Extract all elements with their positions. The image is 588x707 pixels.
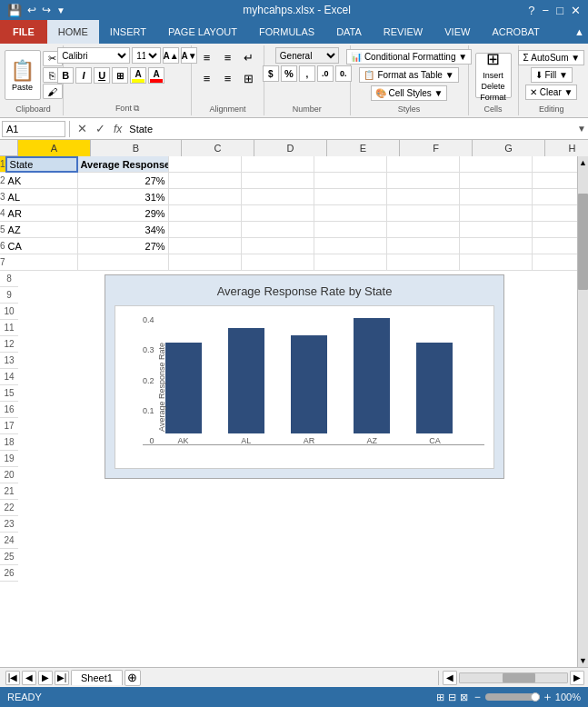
cell-B6[interactable]: 27% bbox=[78, 238, 169, 254]
cell-F1[interactable] bbox=[387, 156, 460, 173]
view-break-icon[interactable]: ⊠ bbox=[460, 692, 468, 703]
autosum-button[interactable]: Σ AutoSum ▼ bbox=[518, 50, 584, 65]
cell-A6[interactable]: CA bbox=[5, 238, 78, 254]
cells-button[interactable]: ⊞ Insert Delete Format bbox=[475, 53, 512, 98]
tab-formulas[interactable]: FORMULAS bbox=[248, 20, 325, 44]
number-format-select[interactable]: General bbox=[275, 47, 339, 64]
zoom-slider[interactable] bbox=[485, 693, 540, 701]
cell-B4[interactable]: 29% bbox=[78, 205, 169, 222]
tab-data[interactable]: DATA bbox=[325, 20, 373, 44]
col-header-H[interactable]: H bbox=[545, 140, 588, 156]
vertical-scrollbar[interactable]: ▲ ▼ bbox=[577, 156, 588, 667]
fill-button[interactable]: ⬇ Fill ▼ bbox=[531, 67, 573, 83]
tab-page-layout[interactable]: PAGE LAYOUT bbox=[157, 20, 248, 44]
cell-F4[interactable] bbox=[387, 205, 460, 222]
col-header-A[interactable]: A bbox=[18, 140, 91, 156]
cell-E2[interactable] bbox=[314, 173, 387, 189]
cell-G2[interactable] bbox=[460, 173, 533, 189]
align-center-button[interactable]: ≡ bbox=[218, 68, 238, 88]
cell-C6[interactable] bbox=[169, 238, 242, 254]
col-header-G[interactable]: G bbox=[473, 140, 545, 156]
font-size-select[interactable]: 11 bbox=[132, 47, 161, 64]
minimize-icon[interactable]: − bbox=[543, 4, 550, 17]
cell-E4[interactable] bbox=[314, 205, 387, 222]
cell-F5[interactable] bbox=[387, 222, 460, 238]
paste-button[interactable]: 📋 Paste bbox=[5, 50, 41, 100]
view-layout-icon[interactable]: ⊟ bbox=[448, 692, 456, 703]
conditional-formatting-button[interactable]: 📊 Conditional Formatting ▼ bbox=[346, 49, 472, 65]
scroll-track[interactable] bbox=[578, 169, 588, 654]
name-box[interactable] bbox=[2, 121, 65, 137]
cell-G7[interactable] bbox=[460, 254, 533, 271]
cell-H4[interactable] bbox=[533, 205, 577, 222]
tab-view[interactable]: VIEW bbox=[434, 20, 481, 44]
help-icon[interactable]: ? bbox=[528, 4, 534, 17]
cell-F2[interactable] bbox=[387, 173, 460, 189]
cell-E6[interactable] bbox=[314, 238, 387, 254]
scroll-up-button[interactable]: ▲ bbox=[578, 156, 588, 169]
h-scroll-thumb[interactable] bbox=[503, 673, 534, 682]
cancel-formula-icon[interactable]: ✕ bbox=[74, 121, 90, 137]
cell-B3[interactable]: 31% bbox=[78, 189, 169, 205]
cell-A7[interactable] bbox=[5, 254, 78, 271]
cell-D6[interactable] bbox=[242, 238, 314, 254]
clear-button[interactable]: ✕ Clear ▼ bbox=[525, 85, 577, 100]
cell-D3[interactable] bbox=[242, 189, 314, 205]
cell-C4[interactable] bbox=[169, 205, 242, 222]
view-normal-icon[interactable]: ⊞ bbox=[436, 692, 444, 703]
cell-H5[interactable] bbox=[533, 222, 577, 238]
tab-review[interactable]: REVIEW bbox=[373, 20, 434, 44]
tab-file[interactable]: FILE bbox=[0, 20, 47, 44]
cell-E1[interactable] bbox=[314, 156, 387, 173]
cell-G3[interactable] bbox=[460, 189, 533, 205]
sheet-tab-sheet1[interactable]: Sheet1 bbox=[71, 670, 123, 685]
add-sheet-button[interactable]: ⊕ bbox=[125, 670, 141, 686]
merge-cells-button[interactable]: ⊞ bbox=[239, 68, 259, 88]
increase-font-button[interactable]: A▲ bbox=[163, 47, 179, 64]
cell-G1[interactable] bbox=[460, 156, 533, 173]
cell-C2[interactable] bbox=[169, 173, 242, 189]
chart-container[interactable]: Average Response Rate by State Average R… bbox=[105, 274, 504, 479]
cell-A2[interactable]: AK bbox=[5, 173, 78, 189]
cell-D1[interactable] bbox=[242, 156, 314, 173]
cell-C3[interactable] bbox=[169, 189, 242, 205]
cell-styles-button[interactable]: 🎨 Cell Styles ▼ bbox=[371, 85, 448, 101]
cell-B2[interactable]: 27% bbox=[78, 173, 169, 189]
cell-E7[interactable] bbox=[314, 254, 387, 271]
cell-C1[interactable] bbox=[169, 156, 242, 173]
h-scroll-track[interactable] bbox=[459, 672, 568, 683]
zoom-out-button[interactable]: － bbox=[472, 689, 483, 705]
sheet-scroll-next[interactable]: ▶ bbox=[38, 671, 53, 685]
tab-home[interactable]: HOME bbox=[47, 20, 99, 44]
redo-icon[interactable]: ↪ bbox=[42, 4, 51, 16]
cell-A4[interactable]: AR bbox=[5, 205, 78, 222]
wrap-text-button[interactable]: ↵ bbox=[239, 47, 259, 67]
h-scroll-right[interactable]: ▶ bbox=[570, 671, 584, 685]
scroll-down-button[interactable]: ▼ bbox=[578, 654, 588, 667]
cell-E3[interactable] bbox=[314, 189, 387, 205]
zoom-slider-thumb[interactable] bbox=[531, 692, 540, 702]
col-header-C[interactable]: C bbox=[182, 140, 254, 156]
col-header-E[interactable]: E bbox=[327, 140, 400, 156]
bold-button[interactable]: B bbox=[57, 67, 74, 84]
zoom-in-button[interactable]: ＋ bbox=[542, 689, 553, 705]
fill-color-button[interactable]: A bbox=[130, 67, 146, 84]
cell-H7[interactable] bbox=[533, 254, 577, 271]
font-color-button[interactable]: A bbox=[148, 67, 164, 84]
currency-button[interactable]: $ bbox=[263, 65, 279, 82]
undo-icon[interactable]: ↩ bbox=[27, 4, 36, 16]
sheet-scroll-first[interactable]: |◀ bbox=[5, 671, 20, 685]
cell-H6[interactable] bbox=[533, 238, 577, 254]
percent-button[interactable]: % bbox=[281, 65, 297, 82]
cell-H2[interactable] bbox=[533, 173, 577, 189]
cell-A5[interactable]: AZ bbox=[5, 222, 78, 238]
col-header-D[interactable]: D bbox=[254, 140, 327, 156]
italic-button[interactable]: I bbox=[75, 67, 92, 84]
maximize-icon[interactable]: □ bbox=[556, 4, 563, 17]
cell-H1[interactable] bbox=[533, 156, 577, 173]
underline-button[interactable]: U bbox=[94, 67, 110, 84]
align-left-button[interactable]: ≡ bbox=[197, 68, 217, 88]
format-as-table-button[interactable]: 📋 Format as Table ▼ bbox=[359, 67, 458, 83]
sheet-scroll-last[interactable]: ▶| bbox=[55, 671, 69, 685]
cell-B7[interactable] bbox=[78, 254, 169, 271]
